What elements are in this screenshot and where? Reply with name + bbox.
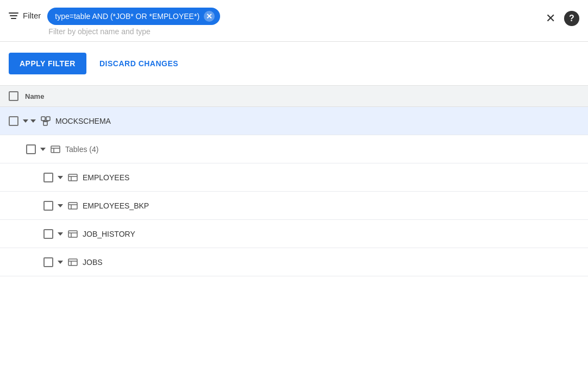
top-bar-actions: ✕ ? xyxy=(546,8,579,26)
row-checkbox[interactable] xyxy=(43,201,53,211)
expand-arrow[interactable] xyxy=(23,119,28,123)
schema-icon xyxy=(40,116,51,127)
filter-icon xyxy=(9,12,18,19)
svg-rect-10 xyxy=(68,174,77,181)
top-bar: Filter type=table AND (*JOB* OR *EMPLOYE… xyxy=(0,0,588,42)
close-button[interactable]: ✕ xyxy=(546,12,555,24)
table-icon xyxy=(67,257,78,268)
svg-rect-13 xyxy=(68,203,77,209)
column-name-header: Name xyxy=(25,92,44,100)
filter-label: Filter xyxy=(9,8,41,20)
table-row: Tables (4) xyxy=(0,135,588,163)
row-controls xyxy=(40,148,46,151)
help-button[interactable]: ? xyxy=(564,11,579,26)
row-label: JOBS xyxy=(83,258,103,267)
filter-tag[interactable]: type=table AND (*JOB* OR *EMPLOYEE*) ✕ xyxy=(47,8,220,25)
header-checkbox[interactable] xyxy=(9,91,18,101)
expand-arrow[interactable] xyxy=(40,148,46,151)
table-icon xyxy=(67,172,78,183)
row-label: Tables (4) xyxy=(65,145,98,154)
expand-arrow[interactable] xyxy=(58,176,63,179)
filter-placeholder: Filter by object name and type xyxy=(47,27,539,36)
row-label: JOB_HISTORY xyxy=(83,230,135,238)
filter-text: Filter xyxy=(23,11,41,20)
row-checkbox[interactable] xyxy=(43,173,53,182)
svg-rect-16 xyxy=(68,231,77,237)
row-label: EMPLOYEES xyxy=(83,173,129,182)
table-row: JOBS xyxy=(0,248,588,276)
row-controls xyxy=(58,204,63,207)
row-checkbox[interactable] xyxy=(43,229,53,239)
tables-group-icon xyxy=(50,144,61,155)
table-icon xyxy=(67,200,78,211)
table-container: Name MOCKSCHEMA xyxy=(0,86,588,276)
apply-filter-button[interactable]: APPLY FILTER xyxy=(9,53,86,74)
svg-rect-19 xyxy=(68,259,77,265)
expand-arrow-2[interactable] xyxy=(30,119,36,123)
table-row: MOCKSCHEMA xyxy=(0,107,588,135)
table-row: EMPLOYEES xyxy=(0,163,588,192)
svg-rect-1 xyxy=(46,117,50,121)
row-checkbox[interactable] xyxy=(26,144,36,154)
filter-tag-text: type=table AND (*JOB* OR *EMPLOYEE*) xyxy=(55,12,199,21)
filter-tag-close[interactable]: ✕ xyxy=(204,11,215,22)
table-row: JOB_HISTORY xyxy=(0,220,588,248)
row-controls xyxy=(58,232,63,236)
svg-rect-2 xyxy=(43,122,47,125)
filter-content: type=table AND (*JOB* OR *EMPLOYEE*) ✕ F… xyxy=(47,8,539,36)
row-label: EMPLOYEES_BKP xyxy=(83,201,149,210)
action-bar: APPLY FILTER DISCARD CHANGES xyxy=(0,42,588,86)
row-controls xyxy=(58,261,63,264)
table-row: EMPLOYEES_BKP xyxy=(0,192,588,220)
table-header-row: Name xyxy=(0,86,588,107)
svg-rect-7 xyxy=(51,146,60,153)
row-checkbox[interactable] xyxy=(9,116,18,126)
svg-rect-0 xyxy=(41,117,45,121)
expand-arrow[interactable] xyxy=(58,204,63,207)
expand-arrow[interactable] xyxy=(58,261,63,264)
table-icon xyxy=(67,229,78,239)
discard-changes-button[interactable]: DISCARD CHANGES xyxy=(99,59,178,68)
row-controls xyxy=(58,176,63,179)
row-label: MOCKSCHEMA xyxy=(55,117,111,125)
row-checkbox[interactable] xyxy=(43,257,53,267)
row-controls xyxy=(23,119,36,123)
expand-arrow[interactable] xyxy=(58,232,63,236)
